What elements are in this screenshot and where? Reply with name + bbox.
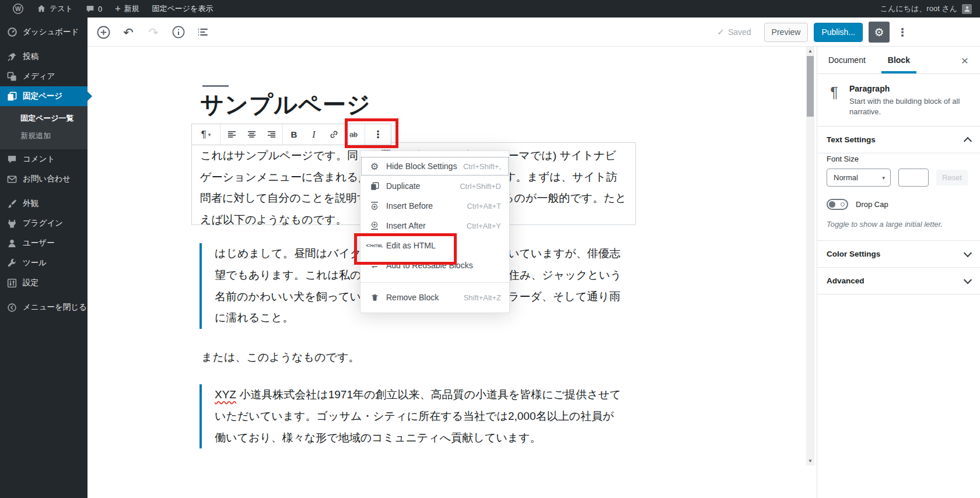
scrollbar-down-arrow[interactable]: ▼ <box>806 457 814 465</box>
panel-title: Text Settings <box>827 135 876 144</box>
paragraph-block-2[interactable]: または、このようなものです。 <box>201 347 359 368</box>
change-block-type-button[interactable]: ¶ ▾ <box>193 124 219 145</box>
menu-item-label: Edit as HTML <box>386 241 436 250</box>
paragraph-icon: ¶ <box>201 129 206 141</box>
submenu-item-add-new[interactable]: 新規追加 <box>0 127 88 145</box>
sliders-icon <box>6 278 18 288</box>
chevron-down-icon <box>964 249 972 257</box>
menu-item-remove-block[interactable]: Remove Block Shift+Alt+Z <box>360 287 509 307</box>
font-size-select[interactable]: Normal ▾ <box>827 169 891 187</box>
plugin-icon <box>6 219 18 229</box>
admin-bar-comments[interactable]: 0 <box>79 0 108 17</box>
publish-button[interactable]: Publish... <box>814 23 863 42</box>
panel-color-settings[interactable]: Color Settings <box>817 241 980 268</box>
trash-icon <box>369 293 380 302</box>
sidebar-item-settings[interactable]: 設定 <box>0 273 88 293</box>
save-status: ✓ Saved <box>717 27 751 37</box>
pages-icon <box>6 92 18 101</box>
comment-icon <box>6 155 18 164</box>
panel-title: Advanced <box>827 276 864 285</box>
sidebar-item-collapse-menu[interactable]: メニューを閉じる <box>0 297 88 317</box>
sidebar-item-dashboard[interactable]: ダッシュボード <box>0 22 88 42</box>
user-icon <box>6 239 18 248</box>
html-icon: <>HTML <box>369 244 380 248</box>
tab-document[interactable]: Document <box>817 47 877 73</box>
drop-cap-toggle[interactable] <box>827 199 848 210</box>
undo-button[interactable]: ↶ <box>120 24 136 40</box>
menu-item-edit-as-html[interactable]: <>HTML Edit as HTML <box>360 236 509 255</box>
dashboard-icon <box>6 27 18 37</box>
wrench-icon <box>6 258 18 268</box>
drop-cap-help-text: Toggle to show a large initial letter. <box>827 220 971 229</box>
block-inserter-button[interactable] <box>95 24 111 40</box>
block-toolbar: ¶ ▾ B I ab <box>191 124 391 145</box>
chevron-down-icon: ▾ <box>882 175 885 181</box>
strikethrough-button[interactable]: ab <box>344 124 363 145</box>
menu-item-add-to-reusable-blocks[interactable]: Add to Reusable Blocks <box>360 255 509 275</box>
sidebar-item-label: ツール <box>23 258 47 268</box>
tab-block[interactable]: Block <box>877 47 921 73</box>
content-structure-button[interactable] <box>170 24 187 40</box>
font-size-reset-button[interactable]: Reset <box>936 170 968 185</box>
panel-text-settings[interactable]: Text Settings <box>817 127 980 153</box>
menu-separator <box>360 282 509 283</box>
menu-item-shortcut: Ctrl+Shift+D <box>460 182 501 191</box>
custom-font-size-input[interactable] <box>898 169 929 187</box>
bold-button[interactable]: B <box>284 124 304 145</box>
menu-item-insert-before[interactable]: Insert Before Ctrl+Alt+T <box>360 196 509 216</box>
sidebar-item-appearance[interactable]: 外観 <box>0 194 88 213</box>
align-left-button[interactable] <box>222 124 242 145</box>
italic-button[interactable]: I <box>304 124 324 145</box>
submenu-item-all-pages[interactable]: 固定ページ一覧 <box>0 110 88 127</box>
editor-canvas: サンプルページ ¶ ▾ B <box>88 47 817 498</box>
menu-item-hide-block-settings[interactable]: ⚙ Hide Block Settings Ctrl+Shift+, <box>360 156 509 176</box>
admin-bar-new-menu[interactable]: + 新規 <box>108 0 145 17</box>
preview-button[interactable]: Preview <box>764 23 808 42</box>
admin-bar-site-name: テスト <box>50 3 73 14</box>
admin-sidebar-menu: ダッシュボード 投稿 メディア 固定ページ 固定ページ一覧 新規追加 <box>0 17 88 498</box>
redo-button[interactable]: ↷ <box>145 24 162 40</box>
font-size-selected-value: Normal <box>834 173 858 182</box>
align-right-button[interactable] <box>261 124 281 145</box>
chevron-down-icon <box>964 276 972 284</box>
settings-gear-button[interactable]: ⚙ <box>869 22 890 43</box>
quote-block-2[interactable]: XYZ 小道具株式会社は1971年の創立以来、高品質の小道具を皆様にご提供させて… <box>200 384 623 448</box>
admin-bar-view-page[interactable]: 固定ページを表示 <box>146 0 220 17</box>
sidebar-item-tools[interactable]: ツール <box>0 253 88 273</box>
close-icon: × <box>961 54 968 68</box>
sidebar-item-media[interactable]: メディア <box>0 66 88 86</box>
sidebar-item-pages[interactable]: 固定ページ <box>0 86 88 106</box>
quote-2-text[interactable]: XYZ 小道具株式会社は1971年の創立以来、高品質の小道具を皆様にご提供させて… <box>215 384 623 448</box>
align-center-button[interactable] <box>242 124 261 145</box>
menu-item-insert-after[interactable]: Insert After Ctrl+Alt+Y <box>360 216 509 236</box>
sidebar-item-users[interactable]: ユーザー <box>0 233 88 253</box>
block-navigation-button[interactable] <box>195 24 212 40</box>
scrollbar-thumb[interactable] <box>807 56 814 117</box>
wordpress-logo-icon: W <box>12 3 24 15</box>
avatar[interactable] <box>962 4 972 14</box>
menu-item-duplicate[interactable]: Duplicate Ctrl+Shift+D <box>360 176 509 196</box>
link-button[interactable] <box>324 124 344 145</box>
page-title[interactable]: サンプルページ <box>200 89 371 121</box>
sidebar-item-plugins[interactable]: プラグイン <box>0 213 88 233</box>
canvas-scrollbar[interactable]: ▲ ▼ <box>806 47 814 465</box>
settings-sidebar: Document Block × ¶ Paragraph Start with … <box>817 47 980 498</box>
more-tools-menu-button[interactable]: ⋮ <box>895 26 909 39</box>
panel-advanced[interactable]: Advanced <box>817 268 980 294</box>
close-sidebar-button[interactable]: × <box>954 47 975 74</box>
quote-2-rest: 小道具株式会社は1971年の創立以来、高品質の小道具を皆様にご提供させていただい… <box>215 388 621 444</box>
menu-item-label: Insert Before <box>386 201 433 211</box>
sidebar-item-contact[interactable]: お問い合わせ <box>0 169 88 189</box>
block-more-options-button[interactable]: ⋮ <box>366 124 390 145</box>
admin-bar-greeting[interactable]: こんにちは、root さん <box>880 3 957 14</box>
sidebar-item-posts[interactable]: 投稿 <box>0 47 88 66</box>
sidebar-item-comments[interactable]: コメント <box>0 149 88 169</box>
title-drag-indicator <box>202 85 229 87</box>
sidebar-item-label: お問い合わせ <box>23 174 71 184</box>
scrollbar-up-arrow[interactable]: ▲ <box>806 47 814 55</box>
gear-icon: ⚙ <box>874 27 884 38</box>
admin-bar-site-link[interactable]: テスト <box>30 0 79 17</box>
text-settings-body: Font Size Normal ▾ Reset Drop Cap Toggle… <box>817 153 980 241</box>
wordpress-logo-menu[interactable]: W <box>6 0 30 17</box>
comments-bubble-icon <box>86 5 94 13</box>
